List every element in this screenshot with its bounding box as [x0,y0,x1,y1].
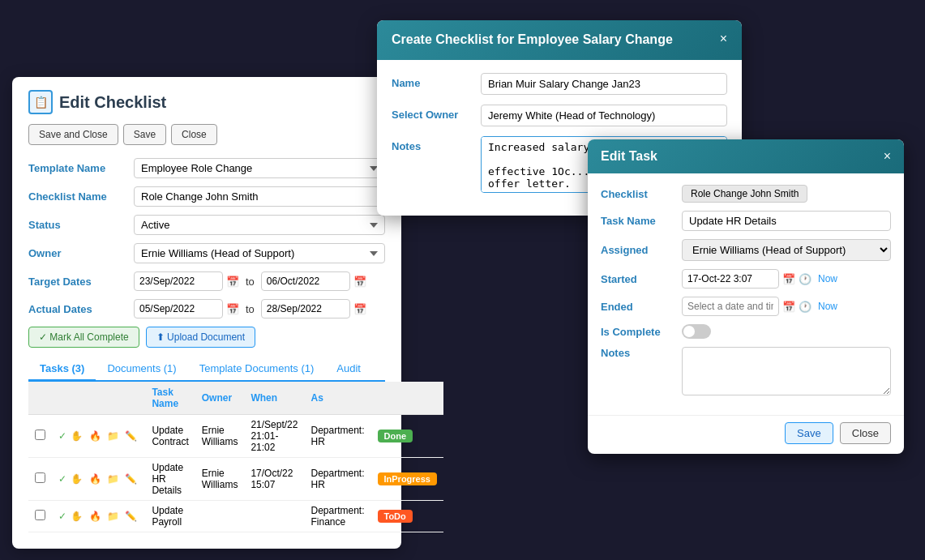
ended-now-link[interactable]: Now [818,301,837,312]
task-when-cell [244,501,304,532]
edit-task-notes-label: Notes [601,347,682,359]
save-and-close-button[interactable]: Save and Close [28,124,118,145]
target-date-to-input[interactable] [261,271,350,291]
edit-task-assigned-label: Assigned [601,244,682,256]
tab-template-documents[interactable]: Template Documents (1) [188,357,326,382]
edit-task-started-label: Started [601,273,682,285]
hand-icon[interactable]: ✋ [71,430,83,442]
folder-icon[interactable]: 📁 [107,511,119,522]
task-when-cell: 17/Oct/22 15:07 [244,458,304,501]
close-button[interactable]: Close [171,124,217,145]
actual-dates-row: Actual Dates 📅 to 📅 [28,299,385,318]
hand-icon[interactable]: ✋ [71,473,83,485]
edit-icon[interactable]: ✏️ [125,473,137,485]
task-name-cell: Update HR Details [145,458,195,501]
save-button[interactable]: Save [123,124,166,145]
top-buttons: Save and Close Save Close [28,124,385,145]
started-calendar-icon[interactable]: 📅 [782,273,795,285]
edit-task-iscomplete-row: Is Complete [601,324,891,339]
edit-icon[interactable]: ✏️ [125,511,137,522]
fire-icon[interactable]: 🔥 [89,430,101,442]
create-name-label: Name [392,73,481,89]
folder-icon[interactable]: 📁 [107,430,119,442]
col-when: When [244,382,304,415]
edit-task-close-footer-button[interactable]: Close [840,422,891,444]
fire-icon[interactable]: 🔥 [89,511,101,522]
edit-task-save-button[interactable]: Save [785,422,833,444]
upload-document-button[interactable]: ⬆ Upload Document [146,327,255,348]
actual-date-to-calendar-icon[interactable]: 📅 [353,303,366,315]
tab-documents[interactable]: Documents (1) [96,357,187,382]
row-checkbox[interactable] [28,415,52,458]
row-icons: ✓ ✋ 🔥 📁 ✏️ [52,458,145,501]
status-badge: InProgress [378,472,437,485]
mark-all-complete-button[interactable]: ✓ Mark All Complete [28,327,139,348]
ended-clock-icon[interactable]: 🕐 [799,301,812,313]
edit-task-checklist-row: Checklist Role Change John Smith [601,185,891,203]
col-assigned: As [304,382,370,415]
edit-task-checklist-value: Role Change John Smith [682,185,807,203]
edit-task-close-button[interactable]: × [884,149,891,164]
actual-dates-inputs: 📅 to 📅 [134,299,366,318]
status-label: Status [28,219,134,231]
checklist-name-input[interactable] [134,186,385,207]
edit-task-name-row: Task Name [601,211,891,231]
edit-task-ended-row: Ended 📅 🕐 Now [601,297,891,316]
edit-task-modal: Edit Task × Checklist Role Change John S… [588,139,904,454]
edit-task-ended-label: Ended [601,301,682,313]
row-checkbox[interactable] [28,458,52,501]
target-date-from-calendar-icon[interactable]: 📅 [226,276,239,288]
folder-icon[interactable]: 📁 [107,473,119,485]
task-status-cell: InProgress [371,458,443,501]
edit-task-assigned-select[interactable]: Ernie Williams (Head of Support) [682,239,891,261]
ended-datetime-input[interactable] [682,297,779,316]
table-row: ✓ ✋ 🔥 📁 ✏️ Update Payroll Department: Fi… [28,501,443,532]
check-icon[interactable]: ✓ [58,430,66,442]
target-date-to-calendar-icon[interactable]: 📅 [353,276,366,288]
task-owner-cell: Ernie Williams [195,415,245,458]
owner-select[interactable]: Ernie Williams (Head of Support) [134,243,385,263]
create-owner-row: Select Owner [392,105,727,126]
tabs-row: Tasks (3) Documents (1) Template Documen… [28,357,385,382]
check-icon[interactable]: ✓ [58,473,66,485]
status-badge: ToDo [378,510,413,523]
started-now-link[interactable]: Now [818,273,837,284]
started-datetime-input[interactable] [682,269,779,289]
create-owner-input[interactable] [481,105,727,126]
hand-icon[interactable]: ✋ [71,511,83,522]
task-owner-cell: Ernie Williams [195,458,245,501]
panel-title-text: Edit Checklist [59,93,166,112]
date-to-separator: to [246,276,255,288]
edit-task-notes-textarea[interactable] [682,347,891,395]
tab-tasks[interactable]: Tasks (3) [28,357,96,382]
started-clock-icon[interactable]: 🕐 [799,273,812,285]
fire-icon[interactable]: 🔥 [89,473,101,485]
ended-calendar-icon[interactable]: 📅 [782,301,795,313]
create-name-input[interactable] [481,73,727,95]
target-date-from-input[interactable] [134,271,223,291]
edit-icon[interactable]: ✏️ [125,430,137,442]
col-actions1 [28,382,52,415]
edit-task-name-input[interactable] [682,211,891,231]
col-task-name: Task Name [145,382,195,415]
table-row: ✓ ✋ 🔥 📁 ✏️ Update HR Details Ernie Willi… [28,458,443,501]
actual-date-from-calendar-icon[interactable]: 📅 [226,303,239,315]
task-status-cell: Done [371,415,443,458]
create-modal-close-button[interactable]: × [720,32,727,46]
row-checkbox[interactable] [28,501,52,532]
status-row: Status Active [28,215,385,235]
target-dates-label: Target Dates [28,276,134,288]
task-name-cell: Update Contract [145,415,195,458]
edit-task-started-inputs: 📅 🕐 Now [682,269,891,289]
edit-task-iscomplete-label: Is Complete [601,326,682,338]
edit-task-title: Edit Task [601,149,657,164]
col-status [371,382,443,415]
template-name-select[interactable]: Employee Role Change [134,158,385,178]
task-owner-cell [195,501,245,532]
actual-date-from-input[interactable] [134,299,223,318]
is-complete-toggle[interactable] [682,324,711,339]
check-icon[interactable]: ✓ [58,511,66,522]
tab-audit[interactable]: Audit [325,357,372,382]
status-select[interactable]: Active [134,215,385,235]
actual-date-to-input[interactable] [261,299,350,318]
